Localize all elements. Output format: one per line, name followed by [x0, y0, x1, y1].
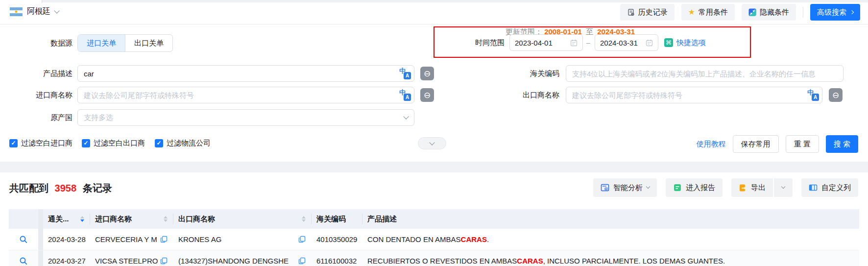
collapse-form-button[interactable]	[418, 137, 446, 149]
filter-logistics-checkbox[interactable]: ✓ 过滤物流公司	[155, 139, 211, 148]
origin-country-select[interactable]: 支持多选	[77, 109, 414, 126]
exporter-label: 出口商名称	[491, 87, 559, 103]
bi-analysis-icon: BI	[601, 183, 609, 192]
cell-exporter: (134327)SHANDONG DENGSHE	[173, 250, 312, 266]
date-from-value: 2023-04-01	[515, 39, 553, 47]
highlighted-keyword: CARAS	[461, 235, 487, 243]
save-conditions-button[interactable]: 保存常用	[733, 135, 779, 153]
product-description-label: 产品描述	[4, 65, 72, 82]
exporter-input[interactable]	[566, 87, 822, 103]
topbar-actions: 历史记录 ★ 常用条件 隐藏条件 高级搜索	[620, 4, 860, 21]
cell-importer: CERVECERIA Y M	[90, 229, 173, 250]
copy-icon[interactable]	[160, 236, 168, 243]
date-to-picker[interactable]: 2024-03-31	[595, 34, 658, 51]
table-header-row: 通关... 进口商名称 出口商名称 海关编码 产品	[9, 209, 859, 229]
history-icon	[627, 8, 635, 16]
fixed-column-divider	[38, 250, 43, 266]
filter-blank-importer-checkbox[interactable]: ✓ 过滤空白进口商	[9, 139, 72, 148]
translate-icon[interactable]: 中 A	[807, 89, 819, 101]
reset-button[interactable]: 重 置	[786, 135, 819, 153]
importer-input[interactable]	[77, 87, 414, 103]
header-product-description: 产品描述	[362, 209, 859, 229]
origin-country-label: 原产国	[4, 109, 72, 126]
header-exporter[interactable]: 出口商名称	[173, 209, 312, 229]
section-separator	[0, 162, 868, 172]
tutorial-link[interactable]: 使用教程	[697, 140, 726, 149]
cell-clearance-date: 2024-03-28	[43, 229, 90, 250]
fixed-column-divider	[38, 209, 43, 229]
columns-icon	[809, 183, 818, 192]
exporter-field-wrap: 中 A	[566, 87, 822, 103]
favorites-button[interactable]: ★ 常用条件	[681, 4, 735, 21]
country-name: 阿根廷	[27, 6, 50, 17]
chevron-down-icon	[429, 140, 434, 145]
topbar-vertical-divider	[803, 7, 803, 18]
table-row: 2024-03-27 VICSA STEELPRO (134327)SHANDO…	[9, 250, 859, 266]
advanced-search-button[interactable]: 高级搜索	[810, 4, 860, 21]
export-dropdown-button[interactable]	[774, 178, 793, 197]
results-table: 通关... 进口商名称 出口商名称 海关编码 产品	[9, 209, 859, 266]
row-detail-button[interactable]	[9, 250, 38, 266]
calendar-icon	[570, 39, 578, 47]
filter-blank-importer-label: 过滤空白进口商	[21, 139, 72, 148]
sort-caret-icon	[164, 216, 168, 222]
translate-icon[interactable]: 中 A	[399, 89, 411, 101]
export-label: 导出	[751, 183, 766, 193]
product-description-input[interactable]	[77, 65, 414, 82]
header-importer[interactable]: 进口商名称	[90, 209, 173, 229]
smart-analysis-button[interactable]: BI 智能分析	[593, 178, 657, 197]
tab-import-declarations[interactable]: 进口关单	[78, 35, 125, 51]
export-button[interactable]: 导出	[731, 178, 773, 197]
filter-blank-exporter-checkbox[interactable]: ✓ 过滤空白出口商	[82, 139, 145, 148]
synonym-match-icon[interactable]: ⊖	[829, 88, 843, 102]
chevron-down-icon	[646, 185, 650, 189]
history-button[interactable]: 历史记录	[620, 4, 675, 21]
summary-suffix: 条记录	[83, 183, 112, 193]
header-hscode: 海关编码	[312, 209, 362, 229]
country-selector[interactable]: 阿根廷	[10, 6, 59, 17]
enter-report-button[interactable]: 进入报告	[666, 178, 723, 197]
browser-chrome-strip	[42, 0, 868, 2]
chevron-down-icon	[781, 185, 785, 189]
form-actions: 使用教程 保存常用 重 置 搜 索	[697, 135, 858, 153]
favorites-label: 常用条件	[699, 8, 728, 17]
command-icon: ⌘	[664, 38, 673, 47]
synonym-match-icon[interactable]: ⊖	[420, 88, 434, 102]
origin-country-placeholder: 支持多选	[84, 113, 113, 122]
hscode-label: 海关编码	[491, 65, 559, 82]
export-icon	[739, 184, 747, 192]
argentina-flag-icon	[10, 7, 23, 16]
chevron-down-icon	[54, 8, 59, 13]
history-label: 历史记录	[638, 8, 668, 17]
quick-options-button[interactable]: ⌘ 快捷选项	[664, 34, 706, 51]
search-button[interactable]: 搜 索	[826, 135, 858, 153]
hide-conditions-label: 隐藏条件	[760, 8, 789, 17]
header-operation	[9, 209, 38, 229]
customize-columns-button[interactable]: 自定义列	[801, 178, 858, 197]
date-from-picker[interactable]: 2023-04-01	[509, 34, 583, 51]
row-detail-button[interactable]	[9, 229, 38, 250]
hscode-field-wrap	[566, 65, 844, 82]
filter-logistics-label: 过滤物流公司	[167, 139, 211, 148]
cell-product-description: CON DENTADO EN AMBAS CARAS .	[362, 229, 859, 250]
hide-conditions-button[interactable]: 隐藏条件	[742, 4, 796, 21]
summary-count: 3958	[55, 183, 77, 193]
synonym-match-icon[interactable]: ⊖	[420, 67, 434, 80]
hscode-input[interactable]	[566, 65, 844, 82]
search-icon	[19, 235, 28, 244]
advanced-search-label: 高级搜索	[817, 8, 846, 17]
table-row: 2024-03-28 CERVECERIA Y M KRONES AG 4010…	[9, 229, 859, 250]
svg-text:BI: BI	[605, 188, 607, 190]
topbar-divider	[0, 24, 868, 24]
copy-icon[interactable]	[298, 257, 306, 265]
summary-prefix: 共匹配到	[9, 183, 48, 193]
translate-icon[interactable]: 中 A	[399, 68, 411, 79]
sort-caret-icon	[302, 216, 306, 222]
enter-report-label: 进入报告	[686, 183, 715, 193]
copy-icon[interactable]	[298, 236, 306, 243]
copy-icon[interactable]	[160, 257, 168, 265]
datasource-tabs: 进口关单 出口关单	[77, 34, 173, 52]
header-clearance-date[interactable]: 通关...	[43, 209, 90, 229]
cell-exporter: KRONES AG	[173, 229, 312, 250]
tab-export-declarations[interactable]: 出口关单	[125, 35, 172, 51]
